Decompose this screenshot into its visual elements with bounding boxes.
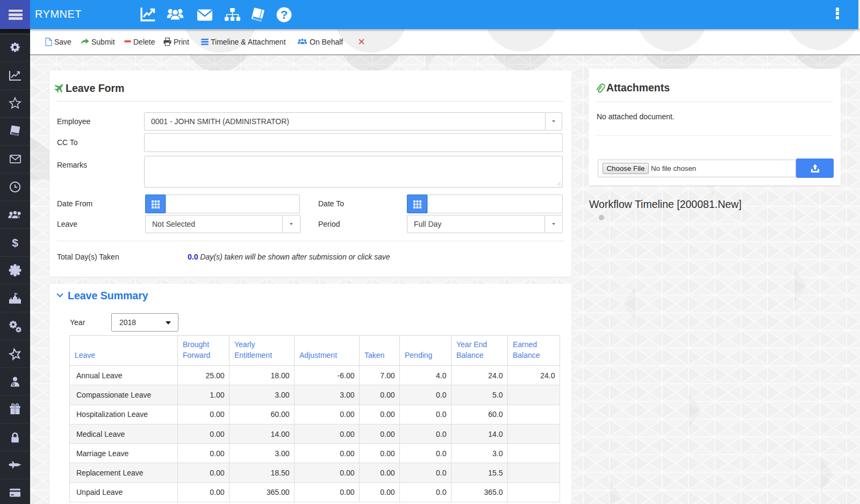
svg-text:?: ? <box>280 8 288 21</box>
svg-text:$: $ <box>12 236 18 249</box>
